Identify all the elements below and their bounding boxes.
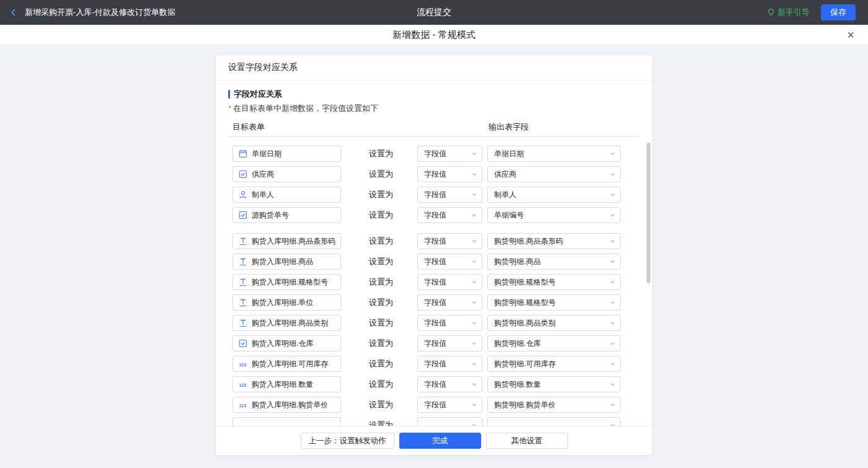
output-field-dropdown[interactable]: 购货明细.购货单价 xyxy=(487,397,621,413)
set-as-label: 设置为 xyxy=(369,317,394,329)
scrollbar-thumb[interactable] xyxy=(647,143,650,283)
hint-text: 在目标表单中新增数据，字段值设置如下 xyxy=(233,104,378,113)
output-field-dropdown[interactable]: 制单人 xyxy=(487,187,621,203)
value-type-dropdown[interactable]: 字段值 xyxy=(417,294,482,311)
value-type-dropdown[interactable] xyxy=(417,417,482,426)
target-field: 制单人 xyxy=(232,187,341,203)
target-field: 供应商 xyxy=(232,166,341,182)
back-button[interactable] xyxy=(9,7,19,17)
output-field-selected: 购货明细.商品条形码 xyxy=(494,236,563,247)
output-field-dropdown[interactable]: 供应商 xyxy=(487,166,621,182)
target-field: 购货入库明细.单位 xyxy=(232,294,341,311)
chevron-down-icon xyxy=(471,258,477,265)
column-headers: 目标表单 输出表字段 xyxy=(228,121,640,134)
target-field-label: 购货入库明细.购货单价 xyxy=(252,400,328,410)
output-field-dropdown[interactable]: 购货明细.商品 xyxy=(487,254,621,270)
number-field-icon: 123 xyxy=(238,381,247,389)
prev-step-button[interactable]: 上一步：设置触发动作 xyxy=(301,433,394,449)
output-field-dropdown[interactable]: 购货明细.数量 xyxy=(487,376,621,392)
output-field-selected: 供应商 xyxy=(494,169,516,180)
value-type-dropdown[interactable]: 字段值 xyxy=(417,356,482,372)
value-type-dropdown[interactable]: 字段值 xyxy=(417,254,482,270)
value-type-dropdown[interactable]: 字段值 xyxy=(417,335,482,351)
target-field: 购货入库明细.商品条形码 xyxy=(232,233,341,249)
column-header-output: 输出表字段 xyxy=(489,121,529,133)
value-type-selected: 字段值 xyxy=(424,359,446,369)
output-field-selected: 购货明细.仓库 xyxy=(494,338,541,349)
chevron-down-icon xyxy=(609,279,616,285)
output-field-dropdown[interactable] xyxy=(487,417,621,426)
save-button[interactable]: 保存 xyxy=(821,4,856,20)
value-type-dropdown[interactable]: 字段值 xyxy=(417,207,482,223)
table-row: 购货入库明细.商品类别 设置为 字段值 购货明细.商品类别 xyxy=(228,315,640,331)
top-bar: 新增采购开票-入库-付款及修改订货单数据 流程提交 新手引导 保存 xyxy=(0,0,868,25)
set-as-label: 设置为 xyxy=(369,276,394,288)
chevron-down-icon xyxy=(471,320,477,326)
target-field-label: 购货入库明细.可用库存 xyxy=(252,359,328,369)
chevron-down-icon xyxy=(471,171,477,177)
chevron-down-icon xyxy=(609,340,616,347)
set-as-label: 设置为 xyxy=(369,189,394,200)
set-as-label: 设置为 xyxy=(369,236,394,247)
output-field-selected: 单据日期 xyxy=(494,149,524,159)
beginner-guide-button[interactable]: 新手引导 xyxy=(767,7,810,18)
output-field-dropdown[interactable]: 单据编号 xyxy=(487,207,621,223)
target-field-label: 购货入库明细.规格型号 xyxy=(252,277,328,288)
svg-text:123: 123 xyxy=(239,382,247,387)
number-field-icon: 123 xyxy=(238,360,247,368)
text-field-icon xyxy=(238,257,247,266)
target-field-label: 购货入库明细.商品 xyxy=(252,257,313,267)
column-header-target: 目标表单 xyxy=(232,121,265,133)
chevron-down-icon xyxy=(609,361,616,367)
value-type-selected: 字段值 xyxy=(424,257,446,267)
mapping-group: 单据日期 设置为 字段值 单据日期 供应商 设置为 字段值 供应商 制单人 设置… xyxy=(228,146,640,223)
set-as-label: 设置为 xyxy=(369,210,394,221)
table-row: 购货入库明细.规格型号 设置为 字段值 购货明细.规格型号 xyxy=(228,274,640,290)
done-button[interactable]: 完成 xyxy=(399,433,481,449)
panel-footer: 上一步：设置触发动作 完成 其他设置 xyxy=(216,426,652,455)
value-type-selected: 字段值 xyxy=(424,190,446,200)
value-type-dropdown[interactable]: 字段值 xyxy=(417,376,482,392)
set-as-label: 设置为 xyxy=(369,358,394,369)
output-field-dropdown[interactable]: 购货明细.规格型号 xyxy=(487,274,621,290)
other-settings-button[interactable]: 其他设置 xyxy=(486,433,568,449)
chevron-down-icon xyxy=(471,340,477,347)
output-field-selected: 购货明细.可用库存 xyxy=(494,359,556,369)
target-field: 购货入库明细.商品 xyxy=(232,254,341,270)
output-field-dropdown[interactable]: 单据日期 xyxy=(487,146,621,162)
chevron-down-icon xyxy=(609,238,616,244)
value-type-dropdown[interactable]: 字段值 xyxy=(417,274,482,290)
modal-title-bar: 新增数据 - 常规模式 × xyxy=(0,25,868,45)
chevron-down-icon xyxy=(609,192,616,198)
output-field-dropdown[interactable]: 购货明细.商品条形码 xyxy=(487,233,621,249)
chevron-down-icon xyxy=(609,258,616,265)
chevron-down-icon xyxy=(609,171,616,177)
value-type-dropdown[interactable]: 字段值 xyxy=(417,233,482,249)
flow-submit-title: 流程提交 xyxy=(417,7,451,18)
output-field-dropdown[interactable]: 购货明细.规格型号 xyxy=(487,294,621,311)
value-type-dropdown[interactable]: 字段值 xyxy=(417,315,482,331)
output-field-dropdown[interactable]: 购货明细.商品类别 xyxy=(487,315,621,331)
target-field: 源购货单号 xyxy=(232,207,341,223)
value-type-dropdown[interactable]: 字段值 xyxy=(417,187,482,203)
value-type-dropdown[interactable]: 字段值 xyxy=(417,166,482,182)
value-type-dropdown[interactable]: 字段值 xyxy=(417,146,482,162)
chevron-down-icon xyxy=(471,151,477,157)
value-type-selected: 字段值 xyxy=(424,298,446,308)
value-type-selected: 字段值 xyxy=(424,169,446,180)
mapping-group: 购货入库明细.商品条形码 设置为 字段值 购货明细.商品条形码 购货入库明细.商… xyxy=(228,233,640,413)
output-field-dropdown[interactable]: 购货明细.仓库 xyxy=(487,335,621,351)
value-type-dropdown[interactable]: 字段值 xyxy=(417,397,482,413)
chevron-down-icon xyxy=(471,422,477,426)
output-field-selected: 单据编号 xyxy=(494,210,524,221)
table-row-partial: 设置为 xyxy=(228,417,640,426)
output-field-dropdown[interactable]: 购货明细.可用库存 xyxy=(487,356,621,372)
close-icon[interactable]: × xyxy=(847,29,854,41)
target-field-label: 供应商 xyxy=(252,169,274,180)
workflow-title: 新增采购开票-入库-付款及修改订货单数据 xyxy=(25,7,175,18)
output-field-selected: 购货明细.规格型号 xyxy=(494,277,556,288)
settings-panel: 设置字段对应关系 字段对应关系 *在目标表单中新增数据，字段值设置如下 目标表单… xyxy=(216,55,652,455)
table-row: 单据日期 设置为 字段值 单据日期 xyxy=(228,146,640,162)
lightbulb-icon xyxy=(767,8,775,17)
output-field-selected: 购货明细.购货单价 xyxy=(494,400,556,410)
